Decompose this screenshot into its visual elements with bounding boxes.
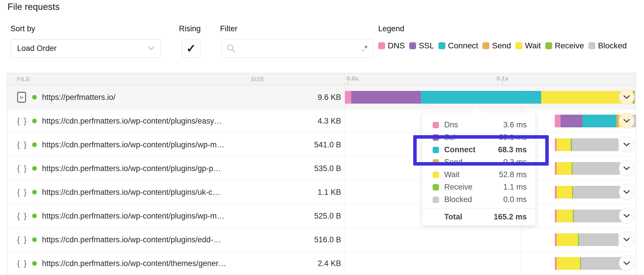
checkmark-icon: ✓ bbox=[186, 42, 196, 55]
expand-row-button[interactable] bbox=[619, 184, 634, 200]
status-ok-dot bbox=[32, 95, 37, 100]
bar-segment-blocked bbox=[572, 162, 620, 175]
bar-segment-send bbox=[616, 115, 619, 127]
waterfall-bar bbox=[555, 162, 620, 175]
tooltip-row-value: 52.8 ms bbox=[499, 170, 527, 179]
request-size: 2.4 KB bbox=[268, 259, 341, 268]
tooltip-row-connect: Connect68.3 ms bbox=[422, 144, 535, 156]
code-braces-icon: { } bbox=[17, 164, 27, 173]
connect-swatch-icon bbox=[433, 147, 439, 153]
blocked-swatch-icon bbox=[433, 197, 439, 203]
rising-label: Rising bbox=[179, 24, 201, 33]
tooltip-row-wait: Wait52.8 ms bbox=[422, 168, 535, 181]
table-body: />https://perfmatters.io/9.6 KB{ }https:… bbox=[7, 85, 636, 275]
bar-segment-dns bbox=[555, 115, 561, 127]
expand-row-button[interactable] bbox=[619, 89, 634, 105]
ssl-swatch-icon bbox=[433, 134, 439, 141]
tooltip-row-label: Send bbox=[444, 158, 462, 167]
legend-item-label: DNS bbox=[388, 41, 405, 50]
waterfall-bar bbox=[555, 138, 619, 151]
timeline-tick-mark bbox=[502, 82, 503, 85]
bar-segment-blocked bbox=[574, 210, 622, 222]
rising-checkbox[interactable]: ✓ bbox=[182, 39, 201, 58]
request-size: 535.0 B bbox=[268, 164, 341, 173]
send-swatch-icon bbox=[482, 42, 489, 49]
sort-by-select[interactable]: Load Order bbox=[10, 39, 161, 58]
table-row: { }https://cdn.perfmatters.io/wp-content… bbox=[7, 180, 636, 204]
legend-item-label: Receive bbox=[555, 41, 584, 50]
send-swatch-icon bbox=[433, 159, 439, 166]
status-ok-dot bbox=[32, 214, 37, 218]
request-size: 4.3 KB bbox=[268, 116, 341, 125]
expand-row-button[interactable] bbox=[619, 160, 634, 176]
bar-segment-ssl bbox=[561, 115, 582, 127]
status-ok-dot bbox=[32, 166, 37, 171]
filter-search-box[interactable]: .* bbox=[222, 39, 373, 58]
tooltip-row-value: 0.0 ms bbox=[503, 195, 527, 204]
timeline-tick-label-1: 0.1s bbox=[494, 75, 511, 82]
sort-by-value: Load Order bbox=[17, 44, 57, 53]
filter-label: Filter bbox=[220, 24, 237, 33]
expand-row-button[interactable] bbox=[619, 113, 634, 129]
request-size: 516.0 B bbox=[268, 235, 341, 244]
regex-hint: .* bbox=[362, 44, 368, 53]
request-url: https://cdn.perfmatters.io/wp-content/pl… bbox=[42, 116, 222, 125]
legend-item-wait: Wait bbox=[515, 41, 541, 50]
bar-segment-dns bbox=[345, 91, 351, 104]
tooltip-row-value: 39.1 ms bbox=[499, 133, 527, 142]
bar-segment-wait bbox=[557, 186, 572, 199]
request-size: 1.1 KB bbox=[268, 188, 341, 197]
expand-row-button[interactable] bbox=[619, 255, 634, 271]
tooltip-row-ssl: Ssl39.1 ms bbox=[422, 131, 535, 144]
legend-item-label: Blocked bbox=[598, 41, 627, 50]
expand-row-button[interactable] bbox=[619, 208, 634, 223]
legend-item-blocked: Blocked bbox=[588, 41, 627, 50]
legend-item-label: SSL bbox=[419, 41, 434, 50]
page-title: File requests bbox=[8, 2, 60, 12]
legend-item-dns: DNS bbox=[378, 41, 405, 50]
legend-item-receive: Receive bbox=[545, 41, 584, 50]
bar-segment-wait bbox=[557, 210, 573, 222]
code-braces-icon: { } bbox=[17, 259, 27, 268]
tooltip-rows: Dns3.6 msSsl39.1 msConnect68.3 msSend0.3… bbox=[422, 119, 535, 206]
request-size: 541.0 B bbox=[268, 140, 341, 149]
status-ok-dot bbox=[32, 190, 37, 195]
tooltip-total-row: Total 165.2 ms bbox=[422, 208, 535, 221]
bar-segment-connect bbox=[582, 115, 616, 127]
filter-input[interactable] bbox=[239, 44, 362, 53]
column-header-file: FILE bbox=[17, 76, 30, 82]
waterfall-bar bbox=[345, 91, 635, 104]
status-ok-dot bbox=[32, 261, 37, 266]
tooltip-row-value: 1.1 ms bbox=[503, 183, 527, 192]
tooltip-total-label: Total bbox=[444, 212, 462, 221]
bar-segment-blocked bbox=[579, 233, 619, 246]
waterfall-bar bbox=[555, 233, 619, 246]
legend-items: DNSSSLConnectSendWaitReceiveBlocked bbox=[378, 41, 627, 50]
bar-segment-blocked bbox=[572, 138, 619, 151]
table-row: { }https://cdn.perfmatters.io/wp-content… bbox=[7, 204, 636, 228]
table-row: { }https://cdn.perfmatters.io/wp-content… bbox=[7, 133, 636, 157]
request-url: https://cdn.perfmatters.io/wp-content/pl… bbox=[42, 235, 221, 244]
expand-row-button[interactable] bbox=[619, 137, 634, 152]
table-row: />https://perfmatters.io/9.6 KB bbox=[7, 85, 636, 109]
status-ok-dot bbox=[32, 119, 37, 123]
tooltip-row-receive: Receive1.1 ms bbox=[422, 181, 535, 193]
table-row: { }https://cdn.perfmatters.io/wp-content… bbox=[7, 157, 636, 180]
bar-segment-wait bbox=[557, 233, 578, 246]
ssl-swatch-icon bbox=[409, 42, 416, 49]
table-row: { }https://cdn.perfmatters.io/wp-content… bbox=[7, 228, 636, 252]
status-ok-dot bbox=[32, 237, 37, 242]
tooltip-row-send: Send0.3 ms bbox=[422, 156, 535, 168]
code-braces-icon: { } bbox=[17, 188, 27, 197]
tooltip-body: Dns3.6 msSsl39.1 msConnect68.3 msSend0.3… bbox=[422, 112, 535, 221]
bar-segment-wait bbox=[557, 162, 572, 175]
tooltip-row-label: Dns bbox=[444, 120, 458, 129]
request-url: https://cdn.perfmatters.io/wp-content/pl… bbox=[42, 164, 221, 173]
bar-segment-blocked bbox=[573, 186, 620, 199]
bar-segment-connect bbox=[421, 91, 541, 104]
bar-segment-ssl bbox=[351, 91, 421, 104]
request-url: https://perfmatters.io/ bbox=[42, 93, 116, 102]
expand-row-button[interactable] bbox=[619, 232, 634, 247]
request-size: 9.6 KB bbox=[268, 93, 341, 102]
waterfall-bar bbox=[555, 257, 627, 270]
